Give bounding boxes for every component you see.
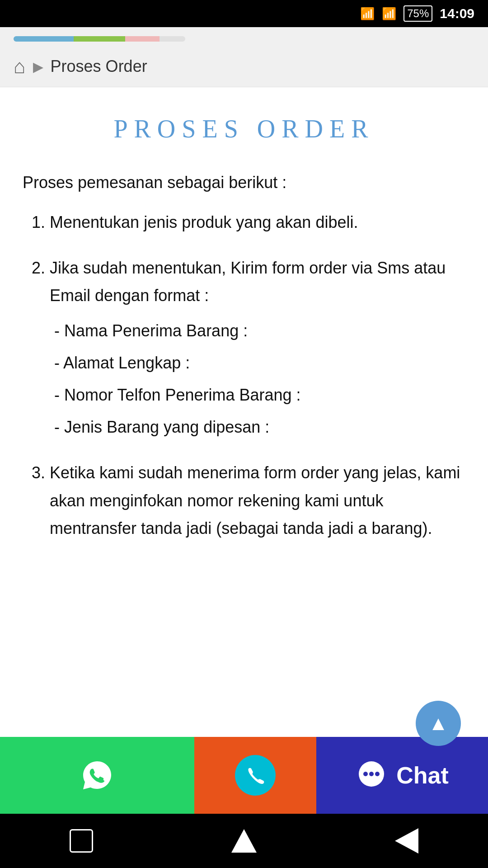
svg-point-5 (375, 772, 380, 776)
progress-track (14, 36, 185, 42)
back-icon (395, 828, 418, 854)
chat-bubble-icon (356, 760, 387, 791)
arrow-up-icon: ▲ (428, 713, 448, 733)
list-item: - Nomor Telfon Penerima Barang : (54, 381, 465, 409)
bottom-action-bar: Chat (0, 737, 488, 814)
chat-button[interactable]: Chat (316, 737, 488, 814)
phone-icon (235, 755, 276, 796)
home-nav-icon (231, 829, 257, 853)
battery-indicator: 75% (404, 5, 432, 22)
progress-segment-pink (125, 36, 160, 42)
chat-label: Chat (396, 762, 449, 789)
phone-button[interactable] (194, 737, 316, 814)
list-item: - Nama Penerima Barang : (54, 317, 465, 344)
step-2-text: Jika sudah menentukan, Kirim form order … (50, 259, 446, 305)
progress-area (0, 27, 488, 46)
list-item: Ketika kami sudah menerima form order ya… (50, 459, 465, 542)
nav-home-button[interactable] (226, 823, 262, 859)
bottom-navigation (0, 814, 488, 868)
scroll-to-top-button[interactable]: ▲ (416, 701, 461, 746)
page-title: PROSES ORDER (23, 114, 465, 143)
svg-point-3 (363, 772, 368, 776)
progress-segment-blue (14, 36, 74, 42)
recents-icon (70, 829, 93, 853)
home-icon[interactable]: ⌂ (14, 55, 26, 78)
main-content: PROSES ORDER Proses pemesanan sebagai be… (0, 87, 488, 788)
steps-list: Menentukan jenis produk yang akan dibeli… (23, 208, 465, 542)
status-bar: 📶 📶 75% 14:09 (0, 0, 488, 27)
nav-recents-button[interactable] (63, 823, 99, 859)
whatsapp-icon (77, 755, 117, 796)
step-3-text: Ketika kami sudah menerima form order ya… (50, 463, 460, 537)
breadcrumb-page-label: Proses Order (51, 57, 147, 76)
breadcrumb-separator: ▶ (33, 59, 43, 75)
list-item: Jika sudah menentukan, Kirim form order … (50, 254, 465, 441)
clock: 14:09 (440, 6, 474, 21)
nav-back-button[interactable] (389, 823, 425, 859)
intro-text: Proses pemesanan sebagai berikut : (23, 170, 465, 195)
wifi-icon: 📶 (360, 7, 375, 21)
list-item: - Jenis Barang yang dipesan : (54, 413, 465, 441)
sub-items-list: - Nama Penerima Barang : - Alamat Lengka… (50, 317, 465, 441)
progress-segment-green (74, 36, 125, 42)
breadcrumb: ⌂ ▶ Proses Order (0, 46, 488, 87)
phone-svg (244, 764, 267, 787)
whatsapp-button[interactable] (0, 737, 194, 814)
list-item: - Alamat Lengkap : (54, 349, 465, 377)
svg-point-4 (369, 772, 374, 776)
step-1-text: Menentukan jenis produk yang akan dibeli… (50, 213, 358, 231)
list-item: Menentukan jenis produk yang akan dibeli… (50, 208, 465, 236)
signal-icon: 📶 (382, 7, 396, 21)
